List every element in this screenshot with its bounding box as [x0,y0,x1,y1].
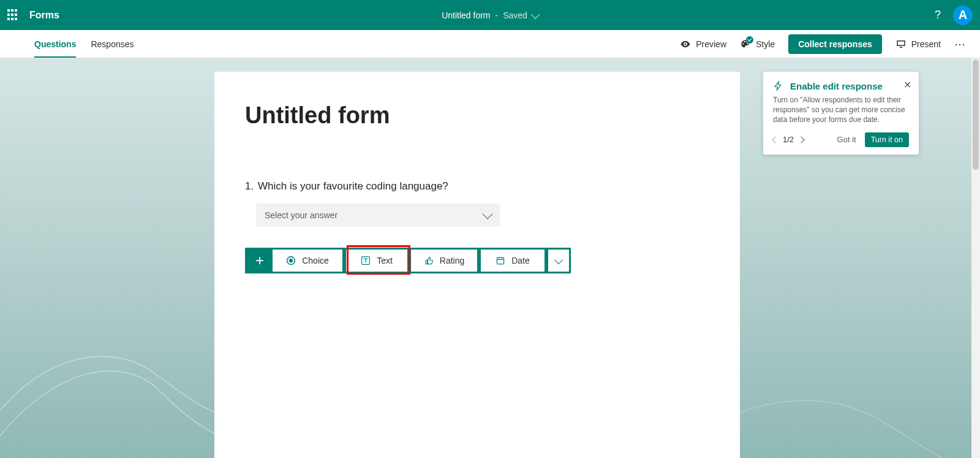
question-number: 1. [245,180,254,192]
preview-button[interactable]: Preview [680,39,726,50]
bolt-icon [773,80,784,91]
calendar-icon [496,256,505,265]
type-text-label: Text [377,256,393,265]
pager-prev[interactable] [772,136,778,143]
user-avatar[interactable]: A [953,6,973,25]
radio-icon [286,256,296,265]
tip-title: Enable edit response [790,81,883,91]
preview-label: Preview [696,39,726,49]
help-icon[interactable]: ? [935,9,941,21]
eye-icon [680,39,691,50]
got-it-button[interactable]: Got it [837,135,856,144]
style-label: Style [756,39,775,49]
tip-card: ✕ Enable edit response Turn on "Allow re… [763,72,919,155]
type-date-button[interactable]: Date [481,250,545,272]
avatar-initial: A [959,8,967,22]
text-icon [361,256,371,265]
type-rating-button[interactable]: Rating [411,250,477,272]
collect-responses-button[interactable]: Collect responses [788,34,882,54]
suite-header: Forms Untitled form - Saved ? A [0,0,980,30]
pager-text: 1/2 [783,135,794,144]
chevron-down-icon [554,255,563,264]
app-launcher-icon[interactable] [7,9,20,21]
type-date-label: Date [511,256,530,265]
app-name[interactable]: Forms [29,10,59,21]
answer-dropdown[interactable]: Select your answer [256,204,500,227]
type-rating-label: Rating [440,256,464,265]
question-1: 1. Which is your favourite coding langua… [245,180,709,193]
monitor-icon [895,39,907,50]
command-bar: Questions Responses Preview Style Collec… [0,30,980,58]
close-icon[interactable]: ✕ [903,79,911,91]
scrollbar-thumb[interactable] [973,59,979,170]
scrollbar[interactable] [971,58,980,458]
form-heading[interactable]: Untitled form [245,102,709,129]
thumb-icon [424,256,434,265]
present-button[interactable]: Present [895,39,941,50]
style-button[interactable]: Style [740,39,775,50]
type-choice-label: Choice [302,256,329,265]
canvas: Untitled form 1. Which is your favourite… [0,58,980,458]
svg-rect-3 [497,258,504,264]
tip-body: Turn on "Allow respondents to edit their… [773,95,909,125]
new-badge-icon [746,36,753,44]
save-status[interactable]: Saved [503,10,527,20]
tab-questions[interactable]: Questions [34,30,76,58]
header-title-group: Untitled form - Saved [442,10,538,20]
add-question-button[interactable]: + [247,250,273,272]
type-text-button[interactable]: Text [346,250,407,272]
more-options[interactable]: ⋯ [954,37,967,51]
dropdown-placeholder: Select your answer [265,210,337,220]
question-text: Which is your favourite coding language? [258,180,448,192]
tab-responses[interactable]: Responses [91,30,134,58]
form-title[interactable]: Untitled form [442,10,490,20]
svg-point-1 [289,259,293,262]
present-label: Present [911,39,941,49]
chevron-down-icon [483,209,493,219]
turn-it-on-button[interactable]: Turn it on [865,132,909,147]
more-question-types[interactable] [548,250,569,272]
form-page: Untitled form 1. Which is your favourite… [214,72,740,458]
add-question-bar: + Choice Text Rating Date [245,248,571,273]
separator: - [495,10,498,20]
type-choice-button[interactable]: Choice [273,250,342,272]
chevron-down-icon[interactable] [531,10,540,18]
tip-pager: 1/2 [773,135,804,144]
pager-next[interactable] [797,136,804,143]
